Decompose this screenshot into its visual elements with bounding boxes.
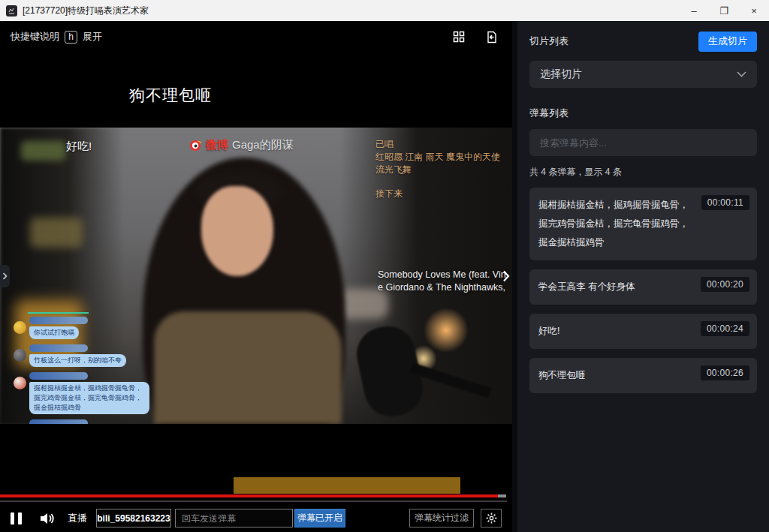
song-list-overlay: 已唱 红昭愿 江南 雨天 魔鬼中的天使 流光飞舞 接下来 bbox=[375, 138, 500, 200]
danmaku-list-title: 弹幕列表 bbox=[529, 107, 757, 120]
app-icon bbox=[6, 5, 17, 17]
window-titlebar: [21737720]特级打嗝表演艺术家 – ❐ × bbox=[0, 0, 769, 21]
chevron-down-icon bbox=[737, 71, 746, 77]
grid-layout-icon[interactable] bbox=[452, 30, 466, 44]
weibo-icon bbox=[189, 139, 202, 152]
danmaku-overlay-title: 狗不理包咂 bbox=[129, 85, 212, 106]
danmaku-search-box bbox=[529, 129, 757, 156]
chat-username-pill bbox=[29, 344, 88, 352]
next-label: 接下来 bbox=[375, 188, 500, 200]
chat-username-pill bbox=[29, 419, 88, 424]
danmaku-list: 掘柑掘桔掘金桔，掘鸡掘骨掘龟骨，掘完鸡骨掘金桔，掘完龟骨掘鸡骨，掘金掘桔掘鸡骨 … bbox=[529, 188, 757, 393]
close-button[interactable]: × bbox=[739, 0, 769, 21]
danmaku-search-input[interactable] bbox=[529, 137, 757, 149]
weibo-account: Gaga的阴谋 bbox=[232, 138, 294, 152]
expand-shortcuts-button[interactable]: 展开 bbox=[83, 30, 102, 44]
danmaku-count-text: 共 4 条弹幕，显示 4 条 bbox=[529, 166, 757, 179]
chat-username-pill bbox=[29, 317, 88, 324]
chat-username-pill bbox=[29, 372, 88, 380]
sung-songs-line2: 流光飞舞 bbox=[375, 164, 500, 176]
progress-bar-remainder bbox=[498, 494, 506, 497]
danmaku-input[interactable] bbox=[175, 509, 293, 527]
window-title: [21737720]特级打嗝表演艺术家 bbox=[23, 5, 149, 17]
sung-label: 已唱 bbox=[375, 138, 500, 151]
left-panel-toggle[interactable] bbox=[0, 265, 10, 287]
timestamp-badge: 00:00:11 bbox=[701, 195, 749, 210]
overlay-caption: 好吃! bbox=[66, 140, 92, 154]
chevron-right-icon bbox=[502, 270, 510, 282]
avatar bbox=[14, 349, 26, 362]
danmaku-filter-button[interactable]: 弹幕统计过滤 bbox=[409, 509, 474, 527]
generate-clip-button[interactable]: 生成切片 bbox=[698, 32, 757, 52]
clip-list-title: 切片列表 bbox=[529, 35, 568, 48]
speaker-icon bbox=[39, 512, 55, 525]
timestamp-badge: 00:00:24 bbox=[701, 321, 749, 336]
danmaku-list-item[interactable]: 狗不理包咂 00:00:26 bbox=[529, 358, 757, 393]
danmaku-list-item[interactable]: 学会王高李 有个好身体 00:00:20 bbox=[529, 269, 757, 305]
app-window: [21737720]特级打嗝表演艺术家 – ❐ × 快捷键说明 h 展开 bbox=[0, 0, 769, 532]
clip-select-dropdown[interactable]: 选择切片 bbox=[529, 61, 757, 88]
main-area: 快捷键说明 h 展开 bbox=[0, 21, 769, 532]
danmaku-list-item[interactable]: 好吃! 00:00:24 bbox=[529, 314, 757, 349]
shortcut-key-badge: h bbox=[65, 31, 77, 44]
chat-overlay: 你试试打饱嗝 竹板这么一打呀，别的咱不夸 bbox=[14, 317, 194, 424]
clip-select-label: 选择切片 bbox=[540, 68, 582, 81]
volume-button[interactable] bbox=[39, 512, 57, 525]
avatar bbox=[14, 321, 26, 334]
maximize-button[interactable]: ❐ bbox=[709, 0, 739, 21]
danmaku-toggle-button[interactable]: 弹幕已开启 bbox=[294, 509, 345, 527]
pause-icon bbox=[11, 512, 14, 524]
chat-message: 你试试打饱嗝 bbox=[14, 317, 194, 339]
now-playing-overlay: Somebody Loves Me (feat. Vin e Giordano … bbox=[378, 269, 506, 294]
clip-export-icon[interactable] bbox=[485, 30, 499, 44]
danmaku-density-bar bbox=[234, 477, 460, 494]
live-video[interactable]: 好吃! 微博 Gaga的阴谋 已唱 红昭愿 江南 雨天 魔鬼中的天使 流光飞舞 bbox=[0, 128, 512, 424]
player-controls: 直播 bili_59582163223 弹幕已开启 弹幕统计过滤 bbox=[0, 504, 512, 532]
shortcut-help-label: 快捷键说明 bbox=[11, 30, 59, 44]
weibo-banner: 微博 Gaga的阴谋 bbox=[189, 138, 294, 152]
chat-message: 掘柑掘桔掘金桔，掘鸡掘骨掘龟骨，掘完鸡骨掘金桔，掘完龟骨掘鸡骨，掘金掘桔掘鸡骨 bbox=[14, 372, 194, 414]
chat-message: 学会王高李 有个好身体 bbox=[14, 419, 194, 424]
pause-button[interactable] bbox=[11, 512, 27, 524]
danmaku-list-item[interactable]: 掘柑掘桔掘金桔，掘鸡掘骨掘龟骨，掘完鸡骨掘金桔，掘完龟骨掘鸡骨，掘金掘桔掘鸡骨 … bbox=[529, 188, 757, 260]
chevron-right-icon bbox=[2, 272, 8, 280]
gear-icon bbox=[486, 512, 497, 524]
player-toolbar: 快捷键说明 h 展开 bbox=[0, 21, 512, 53]
username-display: bili_59582163223 bbox=[96, 509, 171, 527]
video-decor bbox=[21, 141, 66, 161]
buffer-bar bbox=[0, 500, 507, 502]
weibo-label: 微博 bbox=[206, 138, 228, 152]
streamer-face bbox=[201, 186, 273, 276]
video-decor bbox=[30, 218, 83, 248]
timestamp-badge: 00:00:20 bbox=[701, 277, 749, 292]
sung-songs-line1: 红昭愿 江南 雨天 魔鬼中的天使 bbox=[375, 151, 500, 164]
chat-progress-line bbox=[28, 312, 89, 314]
right-panel-toggle[interactable] bbox=[500, 266, 512, 286]
pause-icon bbox=[18, 512, 22, 524]
avatar bbox=[14, 377, 26, 389]
live-label: 直播 bbox=[68, 512, 87, 525]
progress-bar[interactable] bbox=[0, 494, 498, 497]
minimize-button[interactable]: – bbox=[679, 0, 709, 21]
chat-message: 竹板这么一打呀，别的咱不夸 bbox=[14, 344, 194, 367]
clip-sidebar: 切片列表 生成切片 选择切片 弹幕列表 共 4 条弹幕，显示 4 条 掘柑掘桔掘… bbox=[517, 21, 769, 532]
settings-button[interactable] bbox=[481, 509, 502, 527]
video-lamp-glow bbox=[424, 308, 469, 353]
player-column: 快捷键说明 h 展开 bbox=[0, 21, 512, 532]
timestamp-badge: 00:00:26 bbox=[701, 365, 749, 380]
